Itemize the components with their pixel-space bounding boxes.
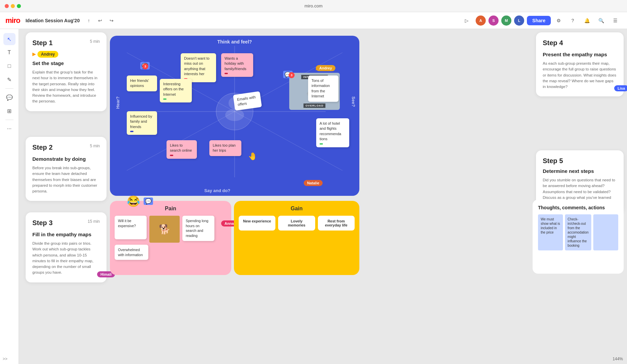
step1-title: Set the stage <box>32 60 100 66</box>
toolbar-sep-1 <box>5 88 13 89</box>
doc-title[interactable]: Ideation Session Aug'20 <box>26 18 80 23</box>
dog-image: 🐕 <box>149 216 180 243</box>
avatar-1[interactable]: A <box>476 16 486 26</box>
say-do-label: Say and do? <box>204 188 230 193</box>
pain-sticky-2[interactable]: Spending long hours on search and readin… <box>182 216 214 241</box>
topbar-right: ▷ A S M L Share ⚙ ? 🔔 🔍 ☰ <box>461 16 622 26</box>
see-label: See? <box>351 96 356 107</box>
notifications-icon[interactable]: 🔔 <box>582 16 592 26</box>
frame-tool[interactable]: ⊞ <box>3 105 16 117</box>
step5-number: Step 5 <box>543 157 563 164</box>
step3-card: Step 3 15 min Fill in the empathy maps D… <box>26 212 107 282</box>
help-icon[interactable]: ? <box>568 16 578 26</box>
comment-badge-1: 3 <box>142 63 148 69</box>
pain-sticky-1[interactable]: Will it be expensive? <box>115 216 147 239</box>
andrey-cursor-area: ▶ Andrey <box>316 65 320 71</box>
search-icon[interactable]: 🔍 <box>596 16 606 26</box>
close-dot[interactable] <box>5 4 9 8</box>
menu-icon[interactable]: ☰ <box>610 16 620 26</box>
step4-title: Present the empathy maps <box>543 52 617 57</box>
undo-button[interactable]: ↩ <box>95 16 105 26</box>
step2-body: Before you break into sub-groups, ensure… <box>32 165 100 194</box>
step1-body: Explain that the group's task for the ne… <box>32 69 100 104</box>
step3-body: Divide the group into pairs or trios. Wo… <box>32 241 100 276</box>
step5-title: Determine next steps <box>543 168 617 174</box>
more-tools[interactable]: ··· <box>3 123 16 135</box>
hear-label: Hear? <box>115 96 120 109</box>
cursor-tool[interactable]: ↖ <box>3 33 16 45</box>
cat-label-overload: OVERLOAD <box>303 103 325 108</box>
upload-button[interactable]: ↑ <box>84 16 94 26</box>
gain-card-3[interactable]: Rest from everyday life <box>318 216 355 231</box>
comment-tool[interactable]: 💬 <box>3 91 16 103</box>
gain-title: Gain <box>239 206 355 212</box>
sticky-interesting-offers[interactable]: Interesting offers on the Internet <box>160 79 192 102</box>
share-button[interactable]: Share <box>527 16 551 25</box>
gain-section: Gain New experience Lovely memories Rest… <box>234 201 359 275</box>
step2-time: 5 min <box>90 144 100 148</box>
left-toolbar: ↖ T □ ✎ 💬 ⊞ ··· >> <box>0 29 19 364</box>
step4-number: Step 4 <box>543 39 563 47</box>
pain-sticky-3[interactable]: Overwhelmed with information <box>115 245 148 260</box>
step3-number: Step 3 <box>32 219 53 227</box>
step4-card: Step 4 Present the empathy maps As each … <box>536 32 624 96</box>
thought-1[interactable]: We must show what is included in the pri… <box>538 214 563 250</box>
toolbar-sep-2 <box>5 120 13 120</box>
avatar-4[interactable]: L <box>514 16 524 26</box>
hand-cursor: 🤚 <box>248 152 257 161</box>
minimize-dot[interactable] <box>11 4 15 8</box>
canvas: Step 1 5 min ▶ Andrey Set the stage Expl… <box>19 29 627 364</box>
step1-tag: Andrey <box>37 51 58 58</box>
sticky-influenced[interactable]: Influenced by family and friends <box>127 111 157 135</box>
sticky-friends-opinions[interactable]: Her friends' opinions <box>127 75 157 91</box>
step3-time: 15 min <box>88 219 100 224</box>
thoughts-section: Thoughts, comments, actions We must show… <box>533 200 624 274</box>
sticky-holiday[interactable]: Wants a holiday with family/friends <box>221 53 253 77</box>
miro-logo: miro <box>5 16 20 25</box>
lisa-cursor: Lisa <box>614 85 627 91</box>
empathy-map: Think and feel? Hear? See? Say and do? D… <box>110 36 359 196</box>
sticky-plan-trips[interactable]: Likes too plan her trips <box>209 140 241 156</box>
step4-body: As each sub-group presents their map, en… <box>543 61 617 90</box>
step1-time: 5 min <box>90 39 100 44</box>
zoom-indicator: 144% <box>613 357 623 361</box>
step2-number: Step 2 <box>32 144 53 151</box>
sticky-search-online[interactable]: Likes to search online <box>167 140 197 159</box>
avatar-2[interactable]: S <box>488 16 499 26</box>
svg-point-8 <box>225 109 244 121</box>
comment-icon-pain[interactable]: 💬 <box>144 198 153 205</box>
fullscreen-dot[interactable] <box>17 4 21 8</box>
thoughts-title: Thoughts, comments, actions <box>538 205 618 210</box>
url-display: miro.com <box>304 3 322 8</box>
sticky-emails[interactable]: Emails with offers <box>233 91 262 111</box>
empathy-title: Think and feel? <box>110 36 359 44</box>
gain-card-1[interactable]: New experience <box>239 216 275 231</box>
sticky-no-miss[interactable]: Doesn't want to miss out on anything tha… <box>181 53 216 82</box>
step2-title: Demonstrate by doing <box>32 156 100 162</box>
step1-number: Step 1 <box>32 39 53 47</box>
sticky-hotel[interactable]: A lot of hotel and flights recommenda ti… <box>316 118 349 147</box>
sticky-tons-info[interactable]: Tons of information from the Internet <box>308 75 338 102</box>
step3-title: Fill in the empathy maps <box>32 232 100 237</box>
redo-button[interactable]: ↪ <box>107 16 117 26</box>
andrey-cursor: Andrey <box>316 65 335 71</box>
step2-card: Step 2 5 min Demonstrate by doing Before… <box>26 137 107 201</box>
pain-emoji: 😂 <box>127 195 140 208</box>
topbar: miro Ideation Session Aug'20 ↑ ↩ ↪ ▷ A S… <box>0 12 627 29</box>
pen-tool[interactable]: ✎ <box>3 73 16 86</box>
avatar-3[interactable]: M <box>501 16 511 26</box>
comment-badge-2: 3 <box>289 72 295 78</box>
expand-sidebar[interactable]: >> <box>3 357 7 361</box>
gain-card-2[interactable]: Lovely memories <box>278 216 315 231</box>
settings-icon[interactable]: ⚙ <box>554 16 564 26</box>
titlebar: miro.com <box>0 0 627 12</box>
anna-cursor-area: ↗ Anna <box>221 221 225 226</box>
thought-3[interactable] <box>593 214 618 250</box>
cursor-menu-button[interactable]: ▷ <box>461 16 472 26</box>
pain-section: 😂 💬 Pain Will it be expensive? 🐕 Spendin… <box>110 201 231 275</box>
text-tool[interactable]: T <box>3 47 16 59</box>
thought-2[interactable]: Check-in/check-out from the accomodation… <box>565 214 591 250</box>
window-controls[interactable] <box>5 4 21 8</box>
sticky-tool[interactable]: □ <box>3 60 16 72</box>
natalie-cursor: Natalie <box>304 180 323 186</box>
